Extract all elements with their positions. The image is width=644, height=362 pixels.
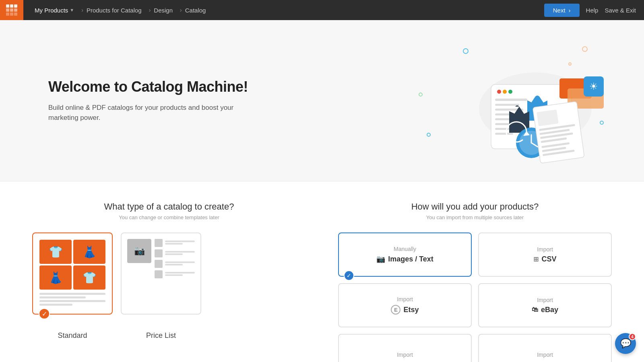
camera-icon: 📷 [376, 255, 385, 263]
product-card-import-5[interactable]: Import [338, 334, 472, 362]
manually-main-label: 📷 Images / Text [376, 255, 433, 263]
standard-img-3: 👗 [39, 265, 72, 290]
pl-line-f [165, 264, 183, 265]
line-3 [39, 300, 105, 302]
pl-line-h [165, 274, 183, 276]
save-exit-button[interactable]: Save & Exit [605, 7, 636, 14]
next-arrow-icon: › [569, 7, 571, 14]
product-card-csv[interactable]: Import ⊞ CSV [478, 232, 612, 277]
dress-icon-1: 👗 [83, 245, 97, 259]
logo-grid [6, 4, 17, 16]
svg-rect-5 [495, 99, 527, 101]
catalog-type-title: What type of a catalog to create? [32, 202, 306, 212]
svg-rect-6 [495, 104, 519, 106]
catalog-card-standard[interactable]: 👕 👗 👗 👕 [32, 232, 113, 315]
standard-label: Standard [32, 331, 113, 340]
etsy-icon: E [391, 305, 400, 315]
standard-grid-preview: 👕 👗 👗 👕 [39, 240, 105, 290]
pl-item-lines-3 [165, 261, 195, 266]
pl-line-b [165, 243, 183, 245]
hero-illustration: ☀ [411, 44, 612, 157]
pl-item-img-1 [155, 239, 163, 247]
pl-item-lines-2 [165, 251, 195, 256]
standard-img-1: 👕 [39, 240, 72, 264]
catalog-card-price-list[interactable]: 📷 [121, 232, 201, 315]
next-button[interactable]: Next › [544, 4, 580, 17]
hero-section: Welcome to Catalog Machine! Build online… [0, 20, 644, 181]
svg-point-4 [508, 90, 512, 94]
pl-row-4 [155, 270, 195, 278]
nav-step-design[interactable]: Design [151, 7, 176, 14]
pl-line-a [165, 241, 195, 242]
hero-text: Welcome to Catalog Machine! Build online… [48, 78, 411, 123]
svg-rect-12 [495, 133, 513, 135]
tshirt-icon-2: 👕 [83, 271, 97, 284]
top-navigation: My Products ▼ › Products for Catalog › D… [0, 0, 644, 20]
pl-line-d [165, 253, 183, 255]
pl-item-img-2 [155, 249, 163, 257]
pl-item-img-3 [155, 260, 163, 268]
product-card-import-6[interactable]: Import [478, 334, 612, 362]
catalog-type-section: What type of a catalog to create? You ca… [32, 202, 306, 362]
dress-icon-2: 👗 [49, 271, 63, 284]
import6-top-label: Import [537, 352, 553, 358]
svg-text:☀: ☀ [589, 81, 598, 92]
tshirt-icon-1: 👕 [49, 245, 63, 259]
standard-img-4: 👕 [73, 265, 105, 290]
nav-step-my-products[interactable]: My Products ▼ [31, 7, 77, 14]
svg-rect-23 [537, 109, 558, 126]
manually-top-label: Manually [394, 246, 416, 252]
catalog-type-subtitle: You can change or combine templates late… [32, 214, 306, 220]
pl-main-img: 📷 [127, 239, 151, 263]
product-card-etsy[interactable]: Import E Etsy [338, 283, 472, 327]
manually-selected-badge: ✓ [344, 270, 354, 281]
price-list-preview: 📷 [127, 239, 195, 281]
svg-rect-22 [533, 101, 584, 163]
pl-item-lines-4 [165, 272, 195, 277]
etsy-top-label: Import [397, 296, 413, 302]
products-section: How will you add your products? You can … [338, 202, 612, 362]
ebay-top-label: Import [537, 297, 553, 303]
nav-steps: My Products ▼ › Products for Catalog › D… [23, 7, 544, 14]
chat-icon: 💬 [620, 338, 631, 349]
nav-step-products-for-catalog[interactable]: Products for Catalog [83, 7, 145, 14]
ebay-main-label: 🛍 eBay [532, 306, 558, 314]
catalog-cards: 👕 👗 👗 👕 [32, 232, 306, 315]
product-card-manually[interactable]: Manually 📷 Images / Text ✓ [338, 232, 472, 277]
line-4 [39, 304, 72, 306]
two-column-layout: What type of a catalog to create? You ca… [32, 202, 612, 362]
products-title: How will you add your products? [338, 202, 612, 212]
illustration-svg: ☀ [411, 44, 612, 165]
svg-point-2 [497, 90, 501, 94]
hero-subtitle: Build online & PDF catalogs for your pro… [48, 103, 242, 123]
nav-step-catalog[interactable]: Catalog [182, 7, 209, 14]
product-cards-grid: Manually 📷 Images / Text ✓ Import ⊞ CSV [338, 232, 612, 362]
ebay-icon: 🛍 [532, 306, 538, 313]
product-card-ebay[interactable]: Import 🛍 eBay [478, 283, 612, 327]
standard-selected-badge: ✓ [39, 308, 50, 319]
standard-img-2: 👗 [73, 240, 105, 264]
main-content: What type of a catalog to create? You ca… [0, 181, 644, 362]
pl-item-lines-1 [165, 241, 195, 245]
csv-top-label: Import [537, 246, 553, 253]
logo[interactable] [0, 0, 23, 20]
dropdown-arrow-icon: ▼ [70, 8, 74, 12]
csv-icon: ⊞ [533, 255, 539, 263]
price-list-label: Price List [121, 331, 201, 340]
standard-lines [39, 293, 105, 306]
pl-row-2 [155, 249, 195, 257]
hero-title: Welcome to Catalog Machine! [48, 78, 411, 95]
import5-top-label: Import [397, 352, 413, 358]
pl-row-3 [155, 260, 195, 268]
line-1 [39, 293, 105, 295]
photo-icon: 📷 [134, 246, 145, 256]
chat-bubble[interactable]: 💬 4 [615, 333, 636, 354]
help-button[interactable]: Help [586, 7, 599, 14]
svg-point-3 [503, 90, 507, 94]
pl-row-1 [155, 239, 195, 247]
csv-main-label: ⊞ CSV [533, 255, 556, 263]
pl-lines [155, 239, 195, 281]
products-subtitle: You can import from multiple sources lat… [338, 214, 612, 220]
etsy-main-label: E Etsy [391, 305, 419, 315]
line-2 [39, 296, 86, 298]
